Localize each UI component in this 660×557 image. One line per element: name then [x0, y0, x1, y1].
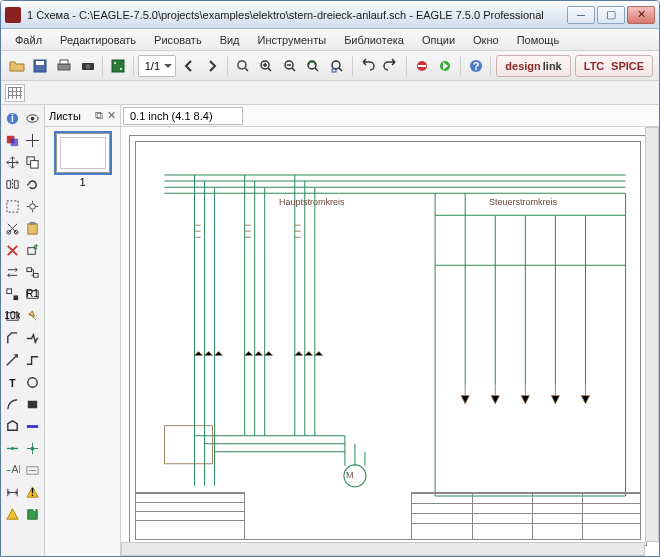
net-tool[interactable]	[2, 437, 23, 459]
menu-help[interactable]: Помощь	[509, 31, 568, 49]
module-tool[interactable]	[23, 503, 44, 525]
smash-tool[interactable]	[23, 305, 44, 327]
designlink-button[interactable]: designlink	[496, 55, 570, 77]
mirror-tool[interactable]	[2, 173, 23, 195]
layer-tool[interactable]	[2, 129, 23, 151]
svg-rect-15	[332, 69, 336, 72]
zoom-select-button[interactable]	[326, 54, 348, 78]
circle-tool[interactable]	[23, 371, 44, 393]
menu-draw[interactable]: Рисовать	[146, 31, 210, 49]
svg-text:AB: AB	[11, 464, 19, 475]
info-tool[interactable]: i	[2, 107, 23, 129]
paste-tool[interactable]	[23, 217, 44, 239]
replace-tool[interactable]	[2, 283, 23, 305]
menu-tools[interactable]: Инструменты	[250, 31, 335, 49]
menu-library[interactable]: Библиотека	[336, 31, 412, 49]
coord-readout[interactable]: 0.1 inch (4.1 8.4)	[123, 107, 243, 125]
menu-bar: Файл Редактировать Рисовать Вид Инструме…	[1, 29, 659, 51]
cancel-button[interactable]	[411, 54, 433, 78]
svg-point-9	[238, 61, 246, 69]
menu-view[interactable]: Вид	[212, 31, 248, 49]
print-button[interactable]	[53, 54, 75, 78]
sheets-close-icon[interactable]: ✕	[107, 109, 116, 122]
text-tool[interactable]: T	[2, 371, 23, 393]
junction-tool[interactable]	[23, 437, 44, 459]
close-button[interactable]: ✕	[627, 6, 655, 24]
dimension-tool[interactable]	[2, 481, 23, 503]
scrollbar-vertical[interactable]	[645, 127, 659, 542]
help-button[interactable]: ?	[465, 54, 487, 78]
redraw-button[interactable]	[303, 54, 325, 78]
ltspice-button[interactable]: LTC SPICE	[575, 55, 653, 77]
invoke-tool[interactable]	[2, 349, 23, 371]
change-tool[interactable]	[23, 195, 44, 217]
sheet-thumb-1[interactable]	[56, 133, 110, 173]
zoom-fit-button[interactable]	[232, 54, 254, 78]
split-tool[interactable]	[23, 327, 44, 349]
canvas[interactable]: Hauptstromkreis Steuerstromkreis M	[121, 127, 659, 556]
svg-rect-3	[60, 60, 68, 64]
schematic-label-ctrl: Steuerstromkreis	[489, 197, 557, 207]
svg-rect-37	[34, 273, 39, 277]
polygon-tool[interactable]	[2, 415, 23, 437]
menu-file[interactable]: Файл	[7, 31, 50, 49]
svg-rect-36	[27, 267, 32, 271]
name-tool[interactable]: R1	[23, 283, 44, 305]
redo-button[interactable]	[380, 54, 402, 78]
rotate-tool[interactable]	[23, 173, 44, 195]
sheet-number: 1	[79, 176, 85, 188]
svg-point-8	[120, 68, 122, 70]
svg-point-48	[31, 446, 35, 450]
bus-tool[interactable]	[23, 415, 44, 437]
cut-tool[interactable]	[2, 217, 23, 239]
add-tool[interactable]	[23, 239, 44, 261]
maximize-button[interactable]: ▢	[597, 6, 625, 24]
svg-point-45	[28, 377, 37, 386]
delete-tool[interactable]	[2, 239, 23, 261]
menu-edit[interactable]: Редактировать	[52, 31, 144, 49]
sheet-combo-value: 1/1	[145, 60, 160, 72]
go-button[interactable]	[434, 54, 456, 78]
menu-window[interactable]: Окно	[465, 31, 507, 49]
prev-button[interactable]	[178, 54, 200, 78]
scrollbar-horizontal[interactable]	[121, 542, 645, 556]
zoom-in-button[interactable]	[255, 54, 277, 78]
svg-rect-39	[13, 295, 18, 300]
mark-tool[interactable]	[23, 129, 44, 151]
menu-options[interactable]: Опции	[414, 31, 463, 49]
open-button[interactable]	[6, 54, 28, 78]
sheet-combo[interactable]: 1/1	[138, 55, 176, 77]
window-title: 1 Схема - C:\EAGLE-7.5.0\projects\exampl…	[27, 9, 567, 21]
title-bar: 1 Схема - C:\EAGLE-7.5.0\projects\exampl…	[1, 1, 659, 29]
undo-button[interactable]	[357, 54, 379, 78]
label-tool[interactable]: AB	[2, 459, 23, 481]
next-button[interactable]	[201, 54, 223, 78]
svg-point-14	[332, 61, 340, 69]
svg-rect-26	[10, 138, 18, 146]
wire-tool[interactable]	[23, 349, 44, 371]
errors-tool[interactable]	[2, 503, 23, 525]
arc-tool[interactable]	[2, 393, 23, 415]
move-tool[interactable]	[2, 151, 23, 173]
rect-tool[interactable]	[23, 393, 44, 415]
miter-tool[interactable]	[2, 327, 23, 349]
minimize-button[interactable]: ─	[567, 6, 595, 24]
copy-tool[interactable]	[23, 151, 44, 173]
sheets-float-icon[interactable]: ⧉	[95, 109, 103, 122]
zoom-out-button[interactable]	[279, 54, 301, 78]
show-tool[interactable]	[23, 107, 44, 129]
group-tool[interactable]	[2, 195, 23, 217]
gateswap-tool[interactable]	[23, 261, 44, 283]
svg-point-7	[114, 62, 116, 64]
svg-rect-54	[164, 426, 212, 464]
grid-button[interactable]	[5, 84, 25, 102]
cam-button[interactable]	[77, 54, 99, 78]
svg-rect-2	[58, 64, 70, 70]
svg-point-5	[85, 64, 90, 69]
erc-tool[interactable]: !	[23, 481, 44, 503]
save-button[interactable]	[30, 54, 52, 78]
board-button[interactable]	[107, 54, 129, 78]
value-tool[interactable]: 10k	[2, 305, 23, 327]
attribute-tool[interactable]	[23, 459, 44, 481]
pinswap-tool[interactable]	[2, 261, 23, 283]
